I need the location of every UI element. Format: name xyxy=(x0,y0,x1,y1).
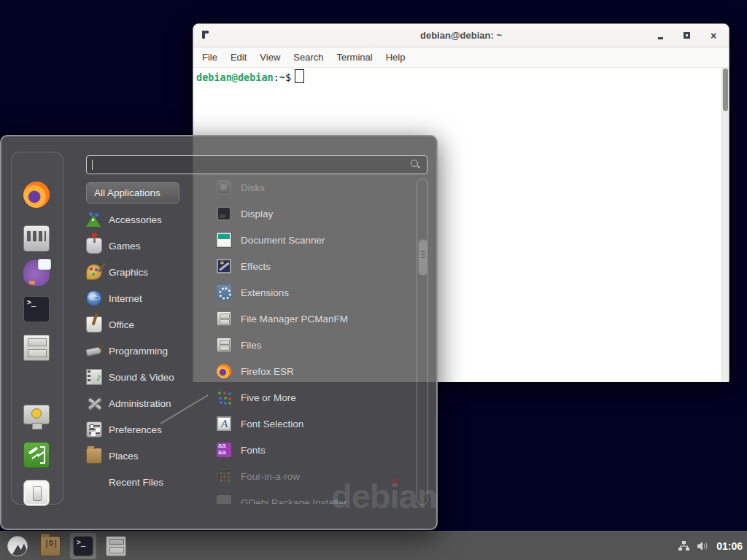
app-item[interactable]: Five or More xyxy=(213,384,416,411)
display-icon xyxy=(217,206,231,221)
menu-item[interactable]: Help xyxy=(379,49,412,66)
category-item[interactable]: Office xyxy=(86,311,196,338)
disks-icon xyxy=(217,180,231,195)
app-item[interactable]: Extensions xyxy=(213,279,416,306)
volume-icon[interactable] xyxy=(697,540,710,552)
category-item[interactable]: Programming xyxy=(86,338,196,364)
app-label: Firefox ESR xyxy=(241,366,294,377)
app-label: File Manager PCManFM xyxy=(241,314,348,324)
text-caret xyxy=(92,160,93,170)
favorite-button[interactable] xyxy=(23,182,50,208)
lock-screen-icon xyxy=(23,405,50,424)
terminal-dark-icon xyxy=(73,536,93,556)
prompt-user: debian@debian xyxy=(196,71,274,83)
close-button[interactable]: × xyxy=(708,31,719,41)
taskbar-button[interactable] xyxy=(37,533,63,559)
document-scanner-icon xyxy=(217,233,231,247)
firefox-icon xyxy=(217,364,231,378)
maximize-button[interactable] xyxy=(682,31,692,41)
category-item[interactable]: Internet xyxy=(86,285,196,311)
category-item[interactable]: Preferences xyxy=(86,416,196,443)
taskbar-buttons xyxy=(0,533,129,559)
minimize-button[interactable] xyxy=(656,31,666,41)
app-list-scrollbar-thumb[interactable] xyxy=(418,239,428,276)
app-label: Disks xyxy=(241,182,265,193)
search-input[interactable] xyxy=(86,155,427,174)
favorite-button[interactable] xyxy=(23,260,50,286)
category-item[interactable]: Games xyxy=(86,233,196,259)
category-item[interactable]: Graphics xyxy=(86,259,196,285)
category-item[interactable]: Recent Files xyxy=(86,469,196,495)
category-item[interactable]: Places xyxy=(86,443,196,469)
app-item[interactable]: Font Selection xyxy=(213,411,416,437)
favorite-button[interactable] xyxy=(23,296,50,322)
app-label: Display xyxy=(241,209,273,219)
prompt-suffix: :~$ xyxy=(274,71,291,83)
taskbar-button[interactable] xyxy=(70,533,96,559)
favorite-button[interactable] xyxy=(23,405,50,431)
category-label: Recent Files xyxy=(109,477,163,488)
clock[interactable]: 01:06 xyxy=(716,540,743,552)
category-item[interactable]: Sound & Video xyxy=(86,364,196,390)
app-label: Font Selection xyxy=(241,419,303,429)
terminal-scrollbar[interactable] xyxy=(721,68,729,382)
app-item[interactable]: Firefox ESR xyxy=(213,358,416,384)
app-item[interactable]: Disks xyxy=(213,174,416,201)
terminal-dark-icon xyxy=(23,296,50,322)
watermark-dot xyxy=(392,478,398,483)
taskbar-button[interactable] xyxy=(4,533,31,559)
internet-icon xyxy=(86,290,102,306)
app-item[interactable]: Files xyxy=(213,332,416,358)
terminal-titlebar[interactable]: debian@debian: ~ × xyxy=(193,24,729,47)
favorites-panel xyxy=(11,152,63,505)
category-label: Sound & Video xyxy=(109,372,174,383)
menu-item[interactable]: Search xyxy=(287,49,330,66)
debian-watermark: debian xyxy=(331,476,437,516)
keyboard-icon xyxy=(23,225,50,252)
category-item[interactable]: Accessories xyxy=(86,206,196,233)
terminal-window-icon xyxy=(202,31,209,40)
app-item[interactable]: Fonts xyxy=(213,437,416,463)
favorite-button[interactable] xyxy=(23,480,50,506)
taskbar-button[interactable] xyxy=(103,533,129,559)
app-item[interactable]: File Manager PCManFM xyxy=(213,306,416,332)
menu-item[interactable]: File xyxy=(196,49,224,66)
search-icon xyxy=(411,160,420,169)
office-icon xyxy=(86,316,102,332)
favorite-button[interactable] xyxy=(23,225,50,252)
pidgin-icon xyxy=(23,260,50,286)
category-label: Graphics xyxy=(109,267,148,278)
shutdown-icon xyxy=(23,480,50,506)
five-or-more-icon xyxy=(217,390,231,405)
terminal-prompt: debian@debian:~$ xyxy=(196,69,304,85)
menu-item[interactable]: Edit xyxy=(224,49,253,66)
file-cabinet-icon xyxy=(106,536,126,556)
menu-item[interactable]: Terminal xyxy=(330,49,379,66)
app-list-scrollbar[interactable] xyxy=(417,179,428,505)
app-item[interactable]: Display xyxy=(213,201,416,227)
graphics-icon xyxy=(86,264,102,280)
file-cabinet-icon xyxy=(23,335,50,361)
places-icon xyxy=(86,448,102,464)
app-label: Five or More xyxy=(241,392,296,403)
taskbar: 01:06 xyxy=(0,531,747,560)
app-list: Disks Display Document Scanner Effects xyxy=(213,174,416,504)
system-tray: 01:06 xyxy=(678,532,743,560)
network-icon[interactable] xyxy=(678,540,690,552)
menu-item[interactable]: View xyxy=(253,49,287,66)
app-item[interactable]: Document Scanner xyxy=(213,227,416,253)
logout-icon xyxy=(23,442,50,468)
desktop: debian@debian: ~ × FileEditViewSearchTer… xyxy=(0,0,747,560)
terminal-scrollbar-thumb[interactable] xyxy=(723,69,728,111)
effects-icon xyxy=(217,259,231,273)
sound-video-icon xyxy=(86,369,102,385)
category-label: Office xyxy=(109,319,134,330)
app-item[interactable]: Effects xyxy=(213,253,416,279)
favorite-button[interactable] xyxy=(23,335,50,361)
all-applications-button[interactable]: All Applications xyxy=(86,182,179,203)
accessories-icon xyxy=(86,211,102,228)
programming-icon xyxy=(86,343,102,359)
terminal-cursor xyxy=(295,69,304,83)
favorite-button[interactable] xyxy=(23,442,50,468)
category-label: Internet xyxy=(109,293,142,304)
